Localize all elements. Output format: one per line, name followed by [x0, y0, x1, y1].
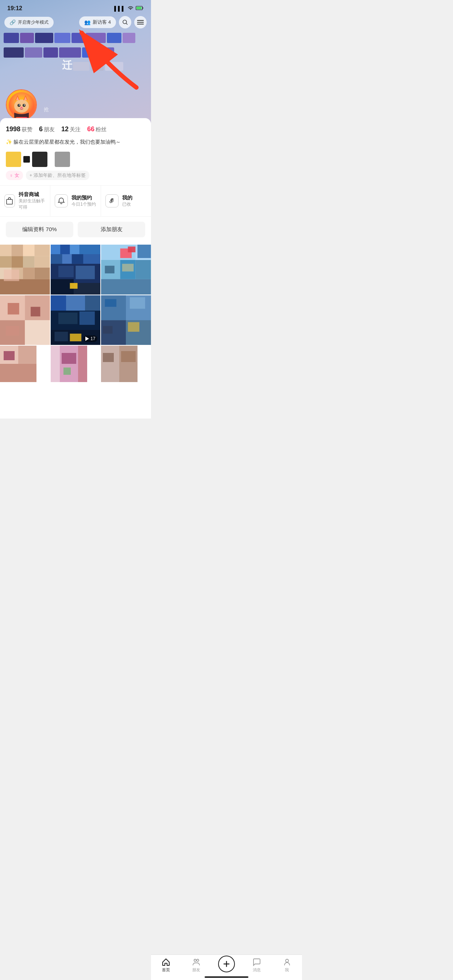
feature-music[interactable]: 我的 已收: [101, 186, 151, 216]
svg-rect-24: [23, 245, 35, 256]
svg-rect-95: [4, 351, 14, 360]
grid-item-9[interactable]: [101, 345, 137, 382]
grid-item-3[interactable]: [101, 245, 151, 294]
svg-rect-67: [25, 320, 49, 345]
appointment-title: 我的预约: [72, 195, 96, 201]
svg-rect-28: [23, 256, 35, 268]
swatch-dark-small: [23, 156, 30, 162]
search-button[interactable]: [119, 16, 131, 29]
svg-line-4: [126, 23, 127, 24]
svg-rect-87: [105, 299, 117, 307]
following-label: 关注: [70, 126, 81, 133]
add-tag-button[interactable]: + 添加年龄、所在地等标签: [26, 170, 89, 180]
svg-rect-58: [105, 266, 115, 274]
svg-rect-39: [70, 245, 79, 254]
avatar[interactable]: [6, 89, 37, 120]
visitors-icon: 👥: [84, 19, 91, 25]
svg-rect-42: [62, 254, 72, 264]
svg-rect-76: [58, 312, 78, 324]
grid-item-7[interactable]: [0, 345, 37, 382]
stat-friends[interactable]: 6 朋友: [39, 126, 55, 133]
friends-number: 6: [39, 126, 43, 133]
svg-rect-1: [136, 6, 142, 9]
svg-rect-54: [128, 247, 136, 252]
grid-item-4[interactable]: [0, 295, 50, 345]
svg-marker-81: [85, 337, 89, 341]
shop-icon: [4, 194, 15, 207]
video-views-count: 17: [91, 336, 95, 341]
swatch-yellow: [6, 152, 21, 167]
svg-rect-89: [128, 322, 140, 331]
svg-rect-20: [6, 199, 13, 204]
menu-button[interactable]: [134, 16, 147, 29]
svg-rect-27: [12, 256, 23, 268]
svg-rect-70: [6, 326, 19, 336]
likes-number: 1998: [6, 126, 21, 133]
svg-rect-26: [0, 256, 12, 268]
banner-area: 迁 抢 🔗 开启青少年模式 👥 新访客 4: [0, 0, 151, 124]
followers-number: 66: [87, 126, 94, 133]
svg-rect-62: [137, 245, 151, 258]
svg-point-17: [24, 104, 25, 105]
profile-card: 1998 获赞 6 朋友 12 关注 66 粉丝 ✨ 躲在云层里的星星都在发光，…: [0, 118, 151, 418]
appointment-subtitle: 今日1个预约: [72, 201, 96, 207]
svg-rect-94: [0, 364, 37, 382]
svg-rect-103: [101, 345, 119, 382]
bio-text: ✨ 躲在云层里的星星都在发光，我们也要加油鸭～: [6, 138, 145, 146]
following-number: 12: [61, 126, 69, 133]
svg-rect-43: [72, 254, 83, 264]
svg-rect-101: [64, 368, 71, 375]
svg-point-16: [19, 104, 20, 105]
feature-row: 抖音商城 美好生活触手可得 我的预约 今日1个预约: [0, 185, 151, 216]
grid-item-6[interactable]: [101, 295, 151, 345]
svg-rect-99: [78, 345, 87, 382]
svg-rect-40: [80, 245, 100, 254]
svg-rect-38: [60, 245, 70, 254]
svg-rect-88: [130, 297, 145, 309]
feature-appointment[interactable]: 我的预约 今日1个预约: [50, 186, 100, 216]
swatch-gray: [55, 152, 70, 167]
gender-label: 女: [14, 172, 19, 179]
svg-rect-105: [103, 353, 114, 362]
action-row: 编辑资料 70% 添加朋友: [6, 222, 145, 237]
svg-rect-22: [0, 245, 12, 256]
avatar-wrapper: 神预测: [6, 89, 37, 120]
stat-followers[interactable]: 66 粉丝: [87, 126, 107, 133]
svg-rect-35: [4, 269, 19, 281]
grid-item-1[interactable]: [0, 245, 50, 294]
grid-item-8[interactable]: [51, 345, 87, 382]
feature-shop[interactable]: 抖音商城 美好生活触手可得: [0, 186, 50, 216]
svg-rect-59: [122, 264, 134, 272]
svg-rect-33: [35, 267, 50, 279]
svg-rect-72: [51, 295, 66, 310]
edit-profile-button[interactable]: 编辑资料 70%: [6, 222, 73, 237]
stat-likes[interactable]: 1998 获赞: [6, 126, 32, 133]
svg-rect-37: [51, 245, 60, 254]
svg-rect-32: [23, 267, 35, 279]
visitors-pill[interactable]: 👥 新访客 4: [79, 16, 116, 28]
open-live-pill[interactable]: 🔗 开启青少年模式: [4, 17, 54, 28]
svg-rect-80: [54, 332, 68, 341]
wifi-icon: [128, 5, 134, 11]
content-grid: 17: [0, 245, 151, 382]
grid-item-2[interactable]: [51, 245, 100, 294]
music-subtitle: 已收: [122, 201, 132, 207]
svg-point-18: [21, 107, 22, 108]
svg-rect-44: [83, 254, 100, 264]
svg-rect-47: [75, 266, 95, 279]
add-friend-button[interactable]: 添加朋友: [78, 222, 145, 237]
svg-rect-60: [101, 279, 151, 294]
svg-rect-50: [70, 283, 77, 289]
svg-rect-90: [103, 326, 113, 334]
svg-rect-34: [0, 279, 50, 294]
visitors-label: 新访客 4: [93, 19, 111, 25]
likes-label: 获赞: [22, 126, 32, 133]
swatches-row: [6, 152, 145, 167]
grid-item-5[interactable]: 17: [51, 295, 100, 345]
status-bar: 19:12 ▌▌▌: [0, 0, 151, 14]
svg-rect-106: [121, 351, 136, 362]
svg-rect-25: [35, 245, 50, 256]
svg-rect-77: [80, 311, 95, 325]
shop-title: 抖音商城: [19, 191, 46, 198]
stat-following[interactable]: 12 关注: [61, 126, 81, 133]
